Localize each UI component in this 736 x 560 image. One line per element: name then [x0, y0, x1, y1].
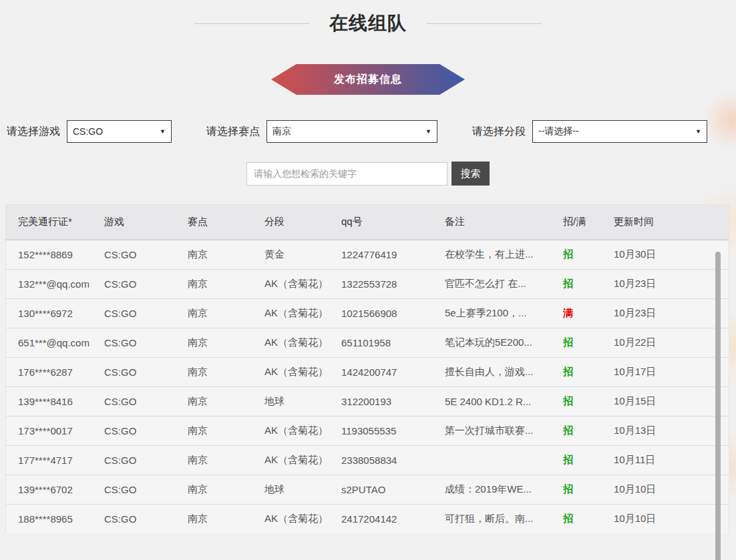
- publish-recruit-button[interactable]: 发布招募信息: [271, 64, 465, 95]
- search-button[interactable]: 搜索: [451, 162, 490, 186]
- column-header: 完美通行证*: [6, 205, 104, 240]
- table-cell: 1193055535: [341, 416, 445, 445]
- table-cell: 地球: [264, 475, 341, 504]
- table-cell: CS:GO: [104, 298, 188, 328]
- table-cell: 南京: [188, 445, 264, 475]
- table-cell: 南京: [188, 357, 264, 386]
- table-scrollbar[interactable]: [715, 252, 721, 560]
- table-cell: 南京: [188, 298, 264, 328]
- table-cell: 擅长自由人，游戏...: [445, 357, 563, 386]
- page-header: 在线组队: [0, 0, 736, 36]
- table-cell: CS:GO: [104, 386, 188, 416]
- table-row[interactable]: 651***@qq.comCS:GO南京AK（含菊花）651101958笔记本玩…: [6, 328, 729, 357]
- table-cell: AK（含菊花）: [264, 445, 341, 475]
- table-cell: [445, 445, 563, 475]
- game-select[interactable]: CS:GO ▼: [67, 120, 172, 143]
- rank-select[interactable]: --请选择-- ▼: [532, 120, 707, 143]
- table-cell: 1021566908: [341, 298, 445, 328]
- table-cell: 南京: [188, 504, 264, 533]
- table-cell: 在校学生，有上进...: [445, 240, 563, 269]
- table-cell: 官匹不怎么打 在...: [445, 269, 563, 298]
- recruit-table-container: 完美通行证*游戏赛点分段qq号备注招/满更新时间 152****8869CS:G…: [5, 204, 729, 533]
- table-cell: 139****8416: [6, 386, 104, 416]
- table-row[interactable]: 152****8869CS:GO南京黄金1224776419在校学生，有上进..…: [6, 240, 729, 269]
- column-header: 招/满: [563, 205, 614, 240]
- chevron-down-icon: ▼: [425, 128, 431, 135]
- table-cell: 1424200747: [341, 357, 445, 386]
- table-cell: AK（含菊花）: [264, 357, 341, 386]
- table-cell: CS:GO: [104, 357, 188, 386]
- site-select-value: 南京: [272, 125, 291, 137]
- table-cell: 10月15日: [614, 386, 729, 416]
- table-cell: s2PUTAO: [341, 475, 445, 504]
- filter-group-game: 请选择游戏 CS:GO ▼: [7, 120, 172, 143]
- table-cell: 139****6702: [6, 475, 104, 504]
- table-cell: 10月13日: [614, 416, 729, 445]
- table-cell: 312200193: [341, 386, 445, 416]
- table-cell: 2417204142: [341, 504, 445, 533]
- table-cell: 177****4717: [6, 445, 104, 475]
- column-header: qq号: [341, 205, 445, 240]
- table-row[interactable]: 132***@qq.comCS:GO南京AK（含菊花）1322553728官匹不…: [6, 269, 729, 298]
- table-cell: 132***@qq.com: [6, 269, 104, 298]
- table-cell: 10月22日: [614, 328, 729, 357]
- table-cell: 10月10日: [614, 504, 729, 533]
- title-divider-right: [427, 23, 542, 24]
- table-cell: 成绩：2019年WE...: [445, 475, 563, 504]
- table-cell: 南京: [188, 269, 264, 298]
- site-select-label: 请选择赛点: [206, 125, 260, 139]
- table-cell: CS:GO: [104, 269, 188, 298]
- table-row[interactable]: 177****4717CS:GO南京AK（含菊花）2338058834招10月1…: [6, 445, 729, 475]
- table-cell: 10月30日: [614, 240, 729, 269]
- table-cell: 1322553728: [341, 269, 445, 298]
- table-row[interactable]: 139****6702CS:GO南京地球s2PUTAO成绩：2019年WE...…: [6, 475, 729, 504]
- rank-select-value: --请选择--: [538, 125, 579, 137]
- table-cell: 10月11日: [614, 445, 729, 475]
- table-cell: 笔记本玩的5E200...: [445, 328, 563, 357]
- status-badge: 招: [563, 445, 614, 475]
- title-divider-left: [194, 23, 309, 24]
- table-cell: 651101958: [341, 328, 445, 357]
- table-row[interactable]: 188****8965CS:GO南京AK（含菊花）2417204142可打狙，断…: [6, 504, 729, 533]
- search-input[interactable]: [246, 162, 447, 186]
- status-badge: 招: [563, 269, 614, 298]
- table-cell: 173****0017: [6, 416, 104, 445]
- status-badge: 招: [563, 328, 614, 357]
- status-badge: 招: [563, 475, 614, 504]
- table-row[interactable]: 176****6287CS:GO南京AK（含菊花）1424200747擅长自由人…: [6, 357, 729, 386]
- chevron-down-icon: ▼: [160, 128, 166, 135]
- table-cell: 南京: [188, 386, 264, 416]
- table-cell: 10月17日: [614, 357, 729, 386]
- table-cell: 10月10日: [614, 475, 729, 504]
- status-badge: 招: [563, 416, 614, 445]
- game-select-label: 请选择游戏: [7, 125, 60, 139]
- table-cell: 130****6972: [6, 298, 104, 328]
- table-cell: CS:GO: [104, 416, 188, 445]
- table-cell: 可打狙，断后。南...: [445, 504, 563, 533]
- table-cell: 176****6287: [6, 357, 104, 386]
- table-cell: 188****8965: [6, 504, 104, 533]
- table-cell: 南京: [188, 416, 264, 445]
- search-bar: 搜索: [0, 162, 736, 186]
- table-cell: AK（含菊花）: [264, 269, 341, 298]
- status-badge: 招: [563, 240, 614, 269]
- table-cell: 10月23日: [614, 298, 729, 328]
- table-row[interactable]: 130****6972CS:GO南京AK（含菊花）10215669085e上赛季…: [6, 298, 729, 328]
- table-cell: 2338058834: [341, 445, 445, 475]
- page-title: 在线组队: [329, 11, 407, 36]
- filter-group-site: 请选择赛点 南京 ▼: [206, 120, 437, 143]
- column-header: 赛点: [188, 205, 264, 240]
- table-cell: AK（含菊花）: [264, 298, 341, 328]
- filter-group-rank: 请选择分段 --请选择-- ▼: [472, 120, 707, 143]
- column-header: 分段: [264, 205, 341, 240]
- table-cell: CS:GO: [104, 475, 188, 504]
- table-row[interactable]: 173****0017CS:GO南京AK（含菊花）1193055535第一次打城…: [6, 416, 729, 445]
- table-header-row: 完美通行证*游戏赛点分段qq号备注招/满更新时间: [6, 205, 729, 240]
- table-cell: 第一次打城市联赛...: [445, 416, 563, 445]
- site-select[interactable]: 南京 ▼: [266, 120, 437, 143]
- column-header: 备注: [445, 205, 563, 240]
- table-row[interactable]: 139****8416CS:GO南京地球3122001935E 2400 KD1…: [6, 386, 729, 416]
- status-badge: 招: [563, 357, 614, 386]
- status-badge: 招: [563, 504, 614, 533]
- table-cell: CS:GO: [104, 240, 188, 269]
